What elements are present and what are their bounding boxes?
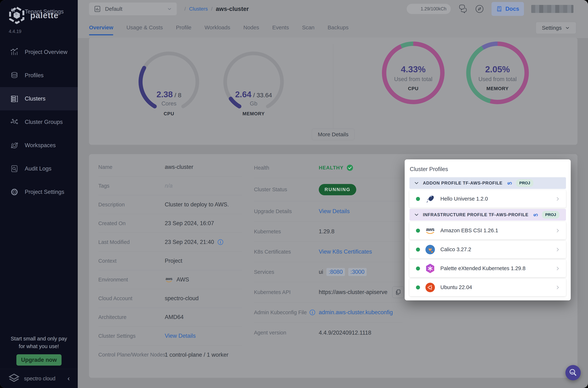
- profile-item-hello-universe[interactable]: Hello Universe 1.2.0: [409, 190, 566, 208]
- copy-icon: [395, 289, 401, 295]
- book-icon: [496, 6, 502, 12]
- layers-icon: [10, 71, 19, 80]
- spectro-cloud-logo-icon: [8, 373, 20, 384]
- sidebar-item-clusters[interactable]: Clusters: [0, 87, 78, 110]
- profile-item-amazon-ebs-csi[interactable]: aws Amazon EBS CSI 1.26.1: [409, 222, 566, 239]
- stats-divider: [333, 44, 333, 131]
- chevron-right-icon: [555, 285, 561, 290]
- copy-button[interactable]: [392, 286, 404, 298]
- sidebar: palette 4.4.19 Project Overview Profiles: [0, 0, 78, 388]
- settings-dropdown-button[interactable]: Settings: [536, 22, 576, 34]
- sidebar-item-label: Cluster Groups: [25, 119, 63, 125]
- profile-item-name: Ubuntu 22.04: [440, 284, 472, 290]
- gear-icon: [10, 188, 19, 196]
- memory-gauge-unit: Gb: [223, 100, 285, 107]
- breadcrumb-clusters-link[interactable]: Clusters: [189, 6, 208, 12]
- topbar-actions: 1.29/100kCh Docs: [407, 2, 588, 16]
- detail-row-environment: Environment aws AWS: [98, 270, 242, 289]
- kubernetes-api-url: https://aws-cluster-apiserve...: [319, 289, 388, 295]
- upgrade-view-details-link[interactable]: View Details: [319, 208, 350, 215]
- info-icon[interactable]: [217, 239, 224, 245]
- search-fab-button[interactable]: [565, 365, 581, 380]
- sidebar-item-workspaces[interactable]: Workspaces: [0, 134, 78, 157]
- details-left-column: Name aws-cluster Tags n/a Description Cl…: [98, 158, 242, 364]
- sidebar-item-tenant-settings[interactable]: Tenant Settings: [0, 0, 78, 23]
- infrastructure-profile-section-header[interactable]: INFRASTRUCTURE PROFILE TF-AWS-PROFILE PR…: [409, 209, 566, 220]
- cluster-settings-view-details-link[interactable]: View Details: [165, 333, 196, 339]
- sidebar-item-audit-logs[interactable]: Audit Logs: [0, 157, 78, 180]
- info-icon[interactable]: [309, 309, 316, 315]
- status-dot-icon: [416, 229, 420, 233]
- detail-row-cluster-settings: Cluster Settings View Details: [98, 327, 242, 345]
- sidebar-item-project-settings[interactable]: Project Settings: [0, 180, 78, 204]
- sidebar-item-profiles[interactable]: Profiles: [0, 64, 78, 87]
- tab-nodes[interactable]: Nodes: [243, 20, 259, 35]
- sidebar-item-label: Tenant Settings: [25, 8, 64, 15]
- sidebar-item-label: Workspaces: [25, 142, 56, 149]
- service-name: ui: [319, 269, 323, 275]
- detail-row-cloud-account: Cloud Account spectro-cloud: [98, 289, 242, 308]
- detail-row-admin-kubeconfig: Admin Kubeconfig File admin.aws-cluster.…: [254, 302, 402, 323]
- proj-badge: PROJ: [516, 179, 533, 187]
- status-dot-icon: [416, 267, 420, 270]
- project-scope-value: Default: [105, 6, 163, 12]
- profile-item-palette-extended-kubernetes[interactable]: Palette eXtended Kubernetes 1.29.8: [409, 260, 566, 277]
- sidebar-footer: spectro cloud ‹: [0, 369, 78, 388]
- aws-icon: aws: [426, 226, 435, 235]
- running-status-badge: RUNNING: [319, 184, 356, 195]
- cpu-gauge-label: CPU: [138, 111, 200, 117]
- tab-usage-costs[interactable]: Usage & Costs: [126, 20, 163, 35]
- upgrade-now-button[interactable]: Upgrade now: [16, 354, 62, 365]
- tab-profile[interactable]: Profile: [176, 20, 192, 35]
- compass-icon[interactable]: [475, 4, 484, 14]
- sidebar-item-project-overview[interactable]: Project Overview: [0, 40, 78, 64]
- doc-search-icon: [10, 165, 19, 173]
- tab-workloads[interactable]: Workloads: [205, 20, 230, 35]
- sidebar-item-cluster-groups[interactable]: Cluster Groups: [0, 110, 78, 134]
- cluster-tabs-bar: Overview Usage & Costs Profile Workloads…: [78, 18, 588, 38]
- service-port-link[interactable]: :3000: [348, 268, 367, 276]
- memory-gauge-label: MEMORY: [223, 111, 285, 117]
- bar-chart-icon: [10, 48, 19, 56]
- sidebar-item-label: Clusters: [25, 96, 45, 102]
- server-list-icon: [10, 95, 19, 103]
- chevron-down-icon: [167, 6, 172, 11]
- project-scope-icon: [94, 5, 101, 13]
- detail-row-control-plane-workers: Control Plane/Worker Nodes 1 control-pla…: [98, 345, 242, 364]
- cpu-gauge-unit: Cores: [138, 100, 200, 107]
- tools-icon: [10, 7, 19, 16]
- tab-overview[interactable]: Overview: [89, 20, 113, 35]
- breadcrumb: / Clusters / aws-cluster: [184, 5, 249, 12]
- docs-button[interactable]: Docs: [492, 2, 524, 16]
- addon-profile-section-header[interactable]: ADDON PROFILE TF-AWS-PROFILE PROJ: [409, 177, 566, 189]
- chevron-down-icon: [414, 212, 419, 218]
- collapse-sidebar-icon[interactable]: ‹: [68, 375, 70, 382]
- proj-badge: PROJ: [542, 211, 559, 218]
- spectro-cloud-brand: spectro cloud: [24, 376, 64, 382]
- kubeconfig-download-link[interactable]: admin.aws-cluster.kubeconfig: [319, 309, 393, 316]
- detail-row-health: Health HEALTHY: [254, 158, 402, 178]
- service-port-link[interactable]: :8080: [326, 268, 345, 276]
- detail-row-kubernetes-api: Kubernetes API https://aws-cluster-apise…: [254, 282, 402, 302]
- more-details-button[interactable]: More Details: [312, 129, 354, 140]
- detail-row-context: Context Project: [98, 252, 242, 270]
- tab-events[interactable]: Events: [272, 20, 289, 35]
- chevron-right-icon: [555, 247, 561, 252]
- detail-row-tags: Tags n/a: [98, 176, 242, 195]
- project-scope-select[interactable]: Default: [89, 2, 177, 15]
- chevron-right-icon: [555, 228, 561, 233]
- link-icon: [532, 212, 538, 218]
- cpu-gauge: 2.38 / 8 Cores CPU: [138, 51, 200, 124]
- profile-item-name: Palette eXtended Kubernetes 1.29.8: [440, 266, 525, 271]
- profile-item-ubuntu[interactable]: Ubuntu 22.04: [409, 279, 566, 296]
- chat-icon[interactable]: [458, 4, 468, 14]
- profile-item-calico[interactable]: Calico 3.27.2: [409, 241, 566, 258]
- view-k8s-certificates-link[interactable]: View K8s Certificates: [319, 248, 372, 255]
- detail-row-agent-version: Agent version 4.4.9/20240912.1118: [254, 323, 402, 343]
- cluster-profiles-title: Cluster Profiles: [410, 166, 566, 172]
- detail-row-description: Description Cluster to deploy to AWS.: [98, 195, 242, 214]
- status-dot-icon: [416, 247, 420, 252]
- health-status-badge: HEALTHY: [319, 164, 353, 171]
- tab-backups[interactable]: Backups: [328, 20, 349, 35]
- tab-scan[interactable]: Scan: [302, 20, 314, 35]
